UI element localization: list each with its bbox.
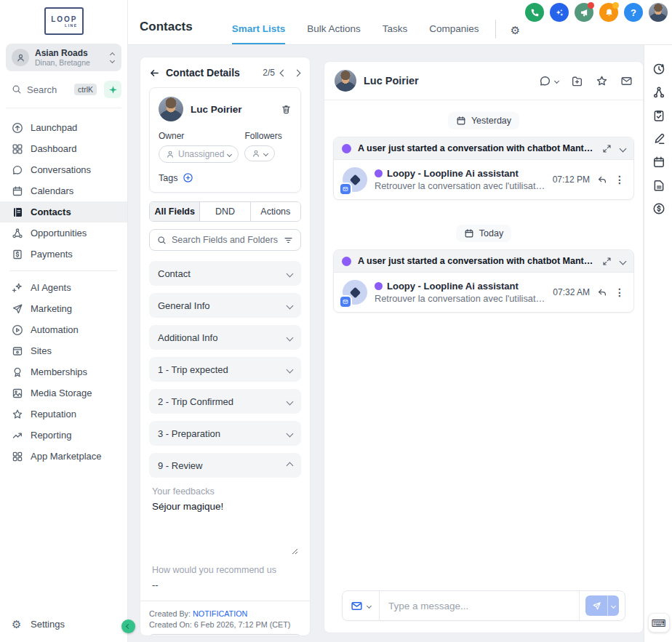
section-general-info[interactable]: General Info [149, 293, 301, 318]
tab-smart-lists[interactable]: Smart Lists [232, 23, 286, 44]
expand-icon[interactable] [602, 144, 612, 153]
add-tag-button[interactable] [183, 172, 193, 183]
sidebar-item-app-marketplace[interactable]: App Marketplace [0, 446, 127, 467]
notes-pen-icon[interactable] [652, 132, 665, 145]
sidebar-item-memberships[interactable]: Memberships [0, 361, 127, 382]
sidebar-collapse-button[interactable] [121, 619, 135, 633]
conversation-feed: Yesterday A user just started a conversa… [324, 100, 643, 633]
message-row[interactable]: Loopy - Loopline Ai assistant Retrouver … [334, 273, 633, 312]
notification-badge [588, 2, 594, 9]
fields-search-input[interactable] [172, 235, 279, 245]
payments-dollar-icon[interactable] [652, 202, 665, 215]
email-button[interactable] [620, 75, 633, 87]
delete-contact-button[interactable] [281, 104, 292, 115]
back-arrow-icon[interactable] [149, 68, 160, 79]
owner-select[interactable]: Unassigned [159, 145, 239, 163]
message-preview: Retrouver la conversation avec l'utilisa… [375, 180, 545, 191]
chevron-down-icon[interactable] [620, 145, 627, 152]
tab-companies[interactable]: Companies [429, 23, 479, 44]
tab-all-fields[interactable]: All Fields [150, 202, 199, 221]
history-icon[interactable] [652, 63, 665, 76]
sidebar-item-conversations[interactable]: Conversations [0, 159, 127, 180]
sidebar-item-ai-agents[interactable]: AI Agents [0, 277, 127, 298]
announcements-button[interactable] [575, 3, 593, 22]
contact-summary-card: Luc Poirier Owner Unassigned [149, 87, 301, 193]
filter-icon[interactable] [284, 236, 293, 245]
fields-search [149, 229, 301, 251]
more-options-icon[interactable]: ⋮ [615, 174, 625, 185]
integrations-icon[interactable] [652, 86, 665, 99]
reply-icon[interactable] [597, 174, 607, 185]
sidebar-item-contacts[interactable]: Contacts [0, 201, 127, 222]
tab-actions[interactable]: Actions [250, 202, 300, 221]
feedback-textarea[interactable]: Séjour magique! [152, 501, 298, 555]
sidebar-item-reporting[interactable]: Reporting [0, 425, 127, 446]
sidebar-item-marketing[interactable]: Marketing [0, 298, 127, 319]
sidebar-item-dashboard[interactable]: Dashboard [0, 138, 127, 159]
tab-bulk-actions[interactable]: Bulk Actions [307, 23, 361, 44]
org-switcher[interactable]: Asian Roads Dinan, Bretagne [6, 44, 121, 71]
contacts-book-icon [12, 206, 23, 218]
section-preparation[interactable]: 3 - Preparation [149, 421, 301, 446]
followers-select[interactable] [244, 145, 275, 161]
day-divider: Today [456, 225, 511, 242]
message-preview: Retrouver la conversation avec l'utilisa… [375, 293, 545, 304]
next-contact-button[interactable] [294, 69, 301, 76]
sidebar-item-payments[interactable]: Payments [0, 244, 127, 265]
audit-logs-button[interactable]: Audit Logs [149, 634, 301, 635]
owner-label: Owner [159, 131, 239, 141]
sidebar-item-settings[interactable]: ⚙ Settings [0, 614, 127, 635]
message-row[interactable]: Loopy - Loopline Ai assistant Retrouver … [334, 160, 633, 199]
section-review[interactable]: 9 - Review [149, 453, 301, 478]
section-contact[interactable]: Contact [149, 261, 301, 286]
sidebar-item-calendars[interactable]: Calendars [0, 180, 127, 201]
channel-select[interactable] [343, 591, 380, 620]
documents-icon[interactable] [652, 179, 665, 192]
conversation-type-dropdown[interactable] [539, 75, 559, 87]
contacts-settings-gear-icon[interactable]: ⚙ [511, 25, 520, 44]
ai-sparkle-button[interactable] [550, 3, 569, 22]
phone-button[interactable] [525, 3, 544, 22]
sidebar-item-opportunities[interactable]: Opportunities [0, 222, 127, 244]
message-input[interactable] [380, 591, 579, 620]
appointments-calendar-icon[interactable] [652, 156, 665, 169]
ai-spark-button[interactable] [104, 81, 121, 98]
send-options-button[interactable] [607, 595, 619, 616]
sidebar-item-sites[interactable]: Sites [0, 340, 127, 361]
created-by-link[interactable]: NOTIFICATION [193, 609, 247, 618]
more-options-icon[interactable]: ⋮ [615, 287, 625, 297]
sidebar-item-automation[interactable]: Automation [0, 319, 127, 340]
section-additional-info[interactable]: Additional Info [149, 325, 301, 350]
created-on-text: Created On: 6 Feb 2026, 7:12 PM (CET) [149, 620, 301, 629]
section-trip-confirmed[interactable]: 2 - Trip Confirmed [149, 389, 301, 414]
user-avatar[interactable] [649, 3, 668, 22]
sidebar-item-media-storage[interactable]: Media Storage [0, 382, 127, 404]
expand-icon[interactable] [602, 257, 612, 266]
sidebar-item-reputation[interactable]: Reputation [0, 404, 127, 425]
conversation-header: Luc Poirier [324, 62, 643, 100]
chevron-down-icon[interactable] [620, 257, 627, 265]
reply-icon[interactable] [597, 287, 607, 297]
star-icon [12, 409, 23, 420]
send-button[interactable] [585, 595, 619, 616]
notifications-bell-button[interactable] [599, 3, 618, 22]
keyboard-shortcuts-button[interactable]: ⌨ [648, 613, 670, 633]
global-search-input[interactable]: Search ctrlK [6, 80, 100, 99]
activity-header[interactable]: A user just started a conversation with … [334, 137, 633, 160]
sidebar-item-launchpad[interactable]: Launchpad [0, 117, 127, 138]
prev-contact-button[interactable] [280, 69, 287, 76]
tasks-clipboard-icon[interactable] [652, 109, 665, 122]
add-to-folder-button[interactable] [571, 75, 583, 87]
bot-avatar [343, 167, 367, 192]
divider [495, 20, 496, 39]
chat-bubble-icon [12, 164, 23, 176]
tab-tasks[interactable]: Tasks [383, 23, 408, 44]
favorite-button[interactable] [596, 75, 608, 87]
section-trip-expected[interactable]: 1 - Trip expected [149, 357, 301, 382]
contact-panel-footer: Created By: NOTIFICATION Created On: 6 F… [140, 601, 310, 635]
activity-header[interactable]: A user just started a conversation with … [334, 250, 633, 273]
help-button[interactable]: ? [624, 3, 643, 22]
message-composer [342, 590, 625, 621]
tab-dnd[interactable]: DND [199, 202, 249, 221]
search-placeholder: Search [27, 84, 69, 95]
